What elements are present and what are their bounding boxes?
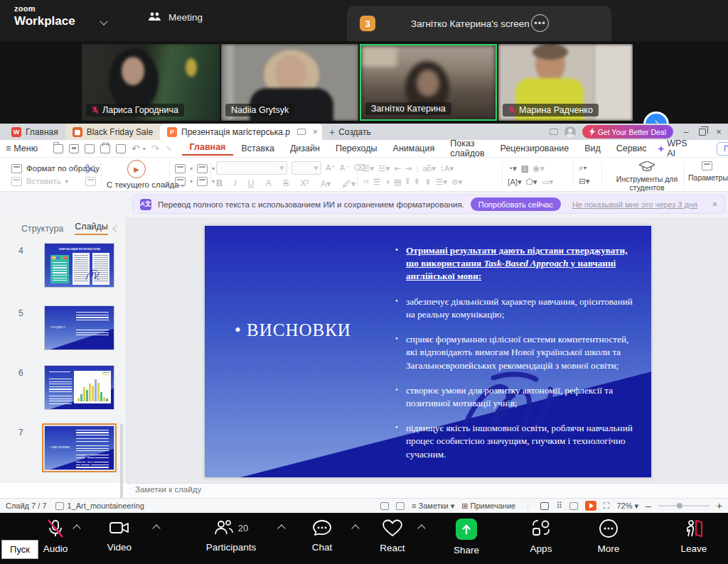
react-options-icon[interactable] [419, 523, 424, 533]
panel-tab-structure[interactable]: Структура [21, 224, 63, 234]
save-button[interactable] [69, 144, 79, 153]
try-now-button[interactable]: Попробовать сейчас [471, 197, 561, 211]
zoom-in-button[interactable]: + [717, 500, 722, 511]
dismiss-banner-link[interactable]: Не показывай мне это через 3 дня [572, 200, 697, 209]
superscript-button[interactable]: X² [300, 178, 309, 188]
parameters-button[interactable]: Параметры ▾ [688, 161, 725, 182]
video-control[interactable]: Video [87, 519, 152, 553]
screen-share-button[interactable]: ▭▾ [542, 177, 554, 187]
paragraph-settings-button[interactable]: ☰▾ [436, 177, 447, 187]
apps-control[interactable]: Apps [508, 519, 574, 554]
undo-button[interactable]: ↶▾ [132, 143, 146, 154]
chat-options-icon[interactable] [353, 523, 358, 533]
tab-options-icon[interactable]: ••• [531, 14, 549, 32]
account-avatar[interactable] [564, 126, 576, 138]
slide-sorter-view-button[interactable]: ⠿ [556, 501, 562, 511]
play-from-current-slide-button[interactable]: ▶ С текущего слайда ▾ [107, 160, 166, 189]
numbered-list-button[interactable]: ☱▾ [378, 163, 390, 173]
ribbon-tab-wps-ai[interactable]: WPS AI [658, 139, 690, 158]
ribbon-tab-tools[interactable]: Сервис [609, 143, 655, 153]
video-tile-zahnitko-active-speaker[interactable]: Загнітко Катерина [360, 44, 497, 121]
underline-button[interactable]: U [248, 178, 255, 188]
slide-layout-icon[interactable] [197, 164, 208, 173]
slide-info-icon[interactable] [380, 502, 389, 510]
columns-button[interactable]: ⫴ [406, 177, 410, 186]
close-banner-icon[interactable]: × [712, 200, 717, 210]
shapes-button[interactable]: ⬠▾ [526, 177, 537, 187]
collapse-panel-icon[interactable] [112, 224, 120, 232]
find-replace-button[interactable]: ⌕▾ [579, 163, 589, 173]
leave-control[interactable]: Leave [661, 519, 727, 554]
zoom-slider[interactable] [658, 505, 710, 506]
slide-thumbnail-5[interactable]: • РОЗДІЛ 2 [44, 305, 114, 350]
tab-shared-screen[interactable]: 3 Загнітко Катерина's screen ••• [347, 6, 611, 41]
reading-view-button[interactable] [569, 502, 578, 510]
close-button[interactable]: × [712, 126, 725, 137]
ribbon-tab-slideshow[interactable]: Показ слайдов [442, 139, 492, 158]
panel-tab-slides[interactable]: Слайды [75, 222, 108, 235]
text-box-button[interactable]: [A]▾ [508, 177, 522, 187]
more-control[interactable]: More [576, 519, 641, 554]
bold-button[interactable]: B [216, 178, 223, 188]
slideshow-play-button[interactable] [585, 501, 596, 511]
ribbon-tab-animation[interactable]: Анимация [385, 143, 443, 153]
slide-master-icon[interactable] [175, 177, 186, 186]
line-spacing-button[interactable]: ↕A▾ [440, 163, 454, 173]
font-family-select[interactable]: ▾ [216, 161, 287, 175]
workspace-dropdown-icon[interactable] [100, 17, 107, 25]
doc-tab-home[interactable]: W Главная [4, 124, 65, 140]
windows-start-button[interactable]: Пуск [1, 540, 38, 559]
decrease-font-icon[interactable]: A⁻ [340, 163, 350, 173]
ribbon-tab-design[interactable]: Дизайн [282, 143, 328, 153]
increase-indent-button[interactable]: ⇥ [405, 163, 412, 173]
tab-meeting[interactable]: Meeting [148, 11, 203, 23]
presenter-button[interactable]: ◉▾ [533, 163, 545, 173]
ribbon-tab-review[interactable]: Рецензирование [493, 143, 577, 153]
more-quick-actions-icon[interactable] [166, 146, 171, 151]
screen-cast-icon[interactable] [550, 129, 558, 135]
ribbon-tab-home[interactable]: Главная [182, 142, 234, 156]
zoom-level[interactable]: 72% ▾ [616, 501, 638, 511]
video-tile-nadiia[interactable]: Nadiia Grytsyk [221, 44, 358, 121]
new-slide-icon[interactable] [175, 164, 186, 173]
font-size-select[interactable]: ▾ [291, 161, 321, 175]
student-tools-button[interactable]: Инструменты для студентов [607, 161, 687, 192]
italic-button[interactable]: I [234, 178, 236, 188]
copy-icon[interactable] [85, 177, 96, 186]
promo-deal-button[interactable]: Get Your Better Deal [582, 125, 673, 139]
print-button[interactable] [100, 144, 110, 153]
participants-options-icon[interactable] [279, 523, 284, 533]
align-right-button[interactable]: ⫣ [385, 177, 390, 186]
text-direction-button[interactable]: ab̅▾ [422, 163, 436, 173]
doc-tab-presentation-active[interactable]: P Презентація магістерська.p × [160, 124, 322, 140]
list-level-up-icon[interactable]: ⇞ [414, 177, 421, 187]
close-doc-tab-icon[interactable]: × [313, 127, 318, 137]
cut-scissors-icon[interactable] [85, 164, 96, 173]
notes-input[interactable] [135, 485, 419, 494]
bullet-list-button[interactable]: ☰▾ [363, 163, 374, 173]
present-on-screen-icon[interactable] [297, 129, 306, 135]
main-menu-button[interactable]: ≡ Меню [6, 143, 38, 153]
increase-font-icon[interactable]: A⁺ [326, 163, 336, 173]
ribbon-tab-view[interactable]: Вид [577, 143, 609, 153]
video-tile-larysa[interactable]: Лариса Городнича [82, 44, 220, 121]
zoom-out-button[interactable]: – [646, 500, 651, 511]
justify-button[interactable]: ▤ [394, 177, 402, 187]
share-document-button[interactable]: Поделиться [717, 142, 728, 156]
align-center-button[interactable]: ☰ [373, 177, 380, 187]
align-left-button[interactable]: ⫤ [363, 177, 369, 186]
chat-control[interactable]: Chat [289, 519, 355, 553]
redo-button[interactable]: ↷ [151, 143, 160, 154]
minimize-button[interactable]: – [680, 126, 692, 137]
window-arrange-button[interactable]: ⊟▾ [579, 176, 589, 186]
ribbon-tab-transitions[interactable]: Переходы [328, 143, 385, 153]
shape-fill-button[interactable]: ◔▾ [508, 163, 517, 173]
slide-thumbnail-7-selected[interactable]: • ВИСНОВКИ [44, 425, 114, 470]
reset-slide-icon[interactable] [197, 177, 208, 186]
react-control[interactable]: React [360, 519, 425, 553]
fit-slide-button[interactable]: ⛶ [604, 501, 609, 511]
decrease-indent-button[interactable]: ⇤ [394, 163, 401, 173]
participants-control[interactable]: 20 Participants [198, 519, 264, 553]
highlight-color-button[interactable]: 🖉▾ [342, 178, 355, 189]
new-document-button[interactable]: + Создать [322, 124, 378, 140]
